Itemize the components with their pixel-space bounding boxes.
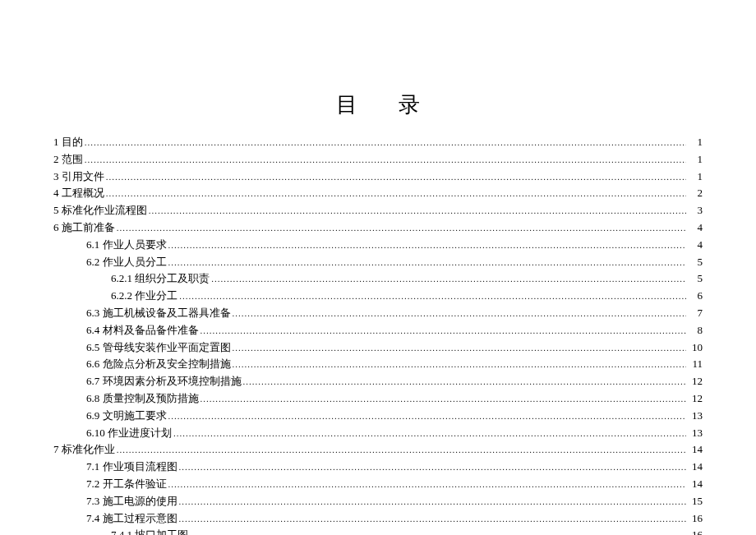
toc-dot-leader (149, 202, 686, 219)
toc-entry-page: 8 (688, 322, 703, 339)
toc-entry: 7.4 施工过程示意图16 (53, 510, 703, 528)
toc-entry: 6 施工前准备4 (53, 219, 703, 237)
toc-entry: 7.2 开工条件验证14 (53, 476, 703, 493)
toc-dot-leader (201, 322, 687, 339)
toc-dot-leader (168, 408, 687, 425)
toc-entry-page: 13 (688, 408, 703, 425)
toc-entry-label: 6 施工前准备 (53, 219, 115, 237)
toc-entry-label: 6.2.2 作业分工 (111, 288, 177, 305)
toc-entry-page: 4 (688, 237, 703, 254)
toc-entry-label: 7.2 开工条件验证 (86, 476, 167, 493)
toc-entry-label: 6.7 环境因素分析及环境控制措施 (86, 373, 242, 390)
toc-entry-page: 6 (688, 288, 703, 305)
toc-dot-leader (106, 185, 686, 202)
toc-dot-leader (243, 373, 687, 390)
toc-dot-leader (190, 527, 686, 535)
toc-entry: 6.9 文明施工要求13 (53, 408, 703, 425)
toc-entry-label: 6.8 质量控制及预防措施 (86, 390, 199, 408)
toc-dot-leader (179, 510, 687, 528)
toc-entry: 6.8 质量控制及预防措施12 (53, 390, 703, 408)
toc-entry: 7.4.1 坡口加工图16 (53, 527, 703, 535)
toc-entry-page: 12 (688, 390, 703, 408)
toc-entry: 4 工程概况2 (53, 185, 703, 202)
toc-entry-label: 6.9 文明施工要求 (86, 408, 167, 425)
toc-dot-leader (211, 270, 686, 288)
toc-entry-page: 14 (688, 459, 703, 476)
toc-entry-page: 5 (688, 254, 703, 271)
toc-dot-leader (201, 390, 687, 408)
toc-entry-label: 6.1 作业人员要求 (86, 237, 167, 254)
toc-entry-page: 12 (688, 373, 703, 390)
toc-dot-leader (117, 441, 686, 459)
toc-entry: 6.7 环境因素分析及环境控制措施12 (53, 373, 703, 390)
toc-entry-label: 7.3 施工电源的使用 (86, 493, 177, 510)
toc-entry-label: 6.10 作业进度计划 (86, 425, 172, 442)
toc-entry: 7.1 作业项目流程图14 (53, 459, 703, 476)
toc-entry-page: 16 (688, 510, 703, 528)
toc-entry-page: 1 (688, 134, 703, 151)
toc-entry-label: 6.3 施工机械设备及工器具准备 (86, 305, 231, 322)
toc-entry: 3 引用文件1 (53, 168, 703, 186)
toc-dot-leader (179, 493, 687, 510)
toc-entry-page: 16 (688, 527, 703, 535)
toc-entry: 1 目的1 (53, 134, 703, 151)
toc-entry-page: 3 (688, 202, 703, 219)
toc-entry: 6.5 管母线安装作业平面定置图10 (53, 339, 703, 357)
toc-entry-label: 7.4 施工过程示意图 (86, 510, 177, 528)
toc-entry-page: 2 (688, 185, 703, 202)
toc-entry-label: 6.2.1 组织分工及职责 (111, 270, 210, 288)
toc-entry-page: 5 (688, 270, 703, 288)
toc-entry-page: 14 (688, 441, 703, 459)
toc-entry-page: 10 (688, 339, 703, 357)
toc-entry-page: 1 (688, 168, 703, 186)
toc-entry-label: 6.5 管母线安装作业平面定置图 (86, 339, 231, 357)
toc-dot-leader (179, 459, 687, 476)
toc-entry-page: 4 (688, 219, 703, 237)
toc-dot-leader (85, 151, 686, 168)
toc-entry: 7.3 施工电源的使用15 (53, 493, 703, 510)
toc-entry: 6.10 作业进度计划13 (53, 425, 703, 442)
toc-entry-page: 13 (688, 425, 703, 442)
toc-entry: 5 标准化作业流程图3 (53, 202, 703, 219)
toc-entry-label: 7 标准化作业 (53, 441, 115, 459)
toc-dot-leader (233, 305, 687, 322)
toc-list: 1 目的12 范围13 引用文件14 工程概况25 标准化作业流程图36 施工前… (53, 134, 703, 535)
toc-entry: 6.1 作业人员要求4 (53, 237, 703, 254)
toc-dot-leader (168, 476, 687, 493)
toc-entry-label: 4 工程概况 (53, 185, 104, 202)
toc-dot-leader (168, 237, 687, 254)
toc-entry: 7 标准化作业14 (53, 441, 703, 459)
toc-entry: 6.2.1 组织分工及职责5 (53, 270, 703, 288)
toc-entry-page: 1 (688, 151, 703, 168)
toc-dot-leader (85, 134, 686, 151)
toc-dot-leader (117, 219, 686, 237)
toc-entry-page: 11 (688, 356, 703, 373)
toc-entry-label: 6.2 作业人员分工 (86, 254, 167, 271)
toc-entry-label: 2 范围 (53, 151, 83, 168)
toc-entry-page: 14 (688, 476, 703, 493)
toc-entry-label: 7.4.1 坡口加工图 (111, 527, 188, 535)
toc-entry: 6.6 危险点分析及安全控制措施11 (53, 356, 703, 373)
toc-dot-leader (168, 254, 687, 271)
toc-entry-label: 3 引用文件 (53, 168, 104, 186)
toc-dot-leader (106, 168, 686, 186)
page-content: 目录 1 目的12 范围13 引用文件14 工程概况25 标准化作业流程图36 … (0, 0, 756, 535)
toc-entry: 6.4 材料及备品备件准备8 (53, 322, 703, 339)
toc-entry-label: 6.4 材料及备品备件准备 (86, 322, 199, 339)
toc-title: 目录 (53, 90, 703, 119)
toc-dot-leader (233, 339, 687, 357)
toc-entry: 6.2 作业人员分工5 (53, 254, 703, 271)
toc-entry-page: 7 (688, 305, 703, 322)
toc-entry-label: 1 目的 (53, 134, 83, 151)
toc-entry-label: 5 标准化作业流程图 (53, 202, 147, 219)
toc-dot-leader (233, 356, 687, 373)
toc-dot-leader (179, 288, 686, 305)
toc-entry-label: 6.6 危险点分析及安全控制措施 (86, 356, 231, 373)
toc-entry: 6.3 施工机械设备及工器具准备7 (53, 305, 703, 322)
toc-entry-page: 15 (688, 493, 703, 510)
toc-entry: 2 范围1 (53, 151, 703, 168)
toc-dot-leader (173, 425, 686, 442)
toc-entry: 6.2.2 作业分工6 (53, 288, 703, 305)
toc-entry-label: 7.1 作业项目流程图 (86, 459, 177, 476)
